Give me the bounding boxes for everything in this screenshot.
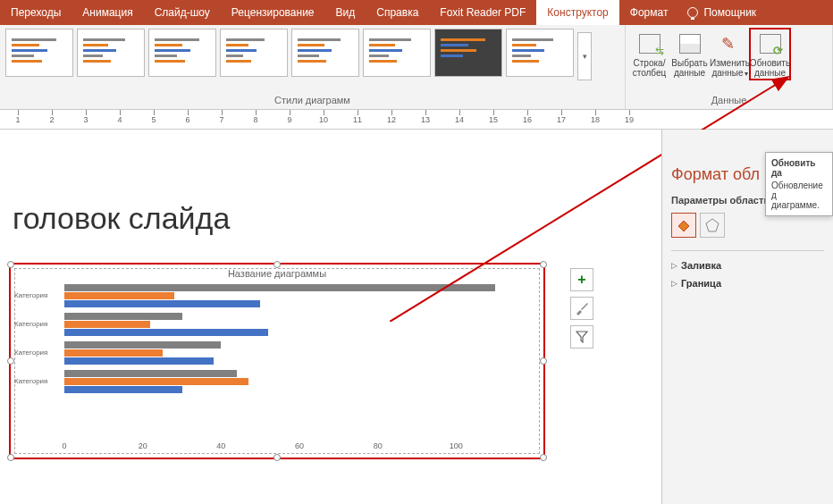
brush-icon [575, 301, 589, 315]
slide-canvas: головок слайда Название диаграммы Катего… [0, 130, 661, 504]
refresh-data-icon [756, 30, 785, 57]
refresh-tooltip: Обновить да Обновление д диаграмме. [765, 152, 833, 216]
effects-tab[interactable] [700, 213, 725, 238]
edit-label: Изменить данные▾ [710, 58, 750, 78]
chart-style-6[interactable] [363, 29, 431, 77]
chart-style-5[interactable] [291, 29, 359, 77]
tab-format[interactable]: Формат [619, 0, 679, 25]
slide-title[interactable]: головок слайда [13, 201, 617, 236]
chart-style-4[interactable] [220, 29, 288, 77]
chart-x-axis: 020406080100 [64, 441, 534, 454]
resize-handle-bl[interactable] [7, 454, 14, 461]
tooltip-title: Обновить да [771, 158, 827, 178]
switch-row-column-button[interactable]: Строка/ столбец [629, 29, 669, 80]
chart-style-7[interactable] [434, 29, 502, 77]
chart-style-3[interactable] [148, 29, 216, 77]
tell-me-helper[interactable]: Помощник [678, 6, 765, 19]
chart-styles-button[interactable] [570, 297, 593, 320]
resize-handle-mr[interactable] [540, 357, 547, 365]
resize-handle-ml[interactable] [7, 357, 14, 365]
funnel-icon [576, 331, 588, 343]
chevron-right-icon: ▷ [671, 261, 677, 270]
tab-transitions[interactable]: Переходы [0, 0, 72, 25]
chevron-right-icon: ▷ [671, 279, 677, 288]
chart-style-8[interactable] [506, 29, 574, 77]
resize-handle-br[interactable] [540, 454, 547, 461]
bulb-icon [687, 7, 698, 18]
tab-animation[interactable]: Анимация [72, 0, 143, 25]
chart-style-2[interactable] [77, 29, 145, 77]
resize-handle-tm[interactable] [273, 261, 281, 268]
select-label: Выбрать данные [671, 58, 707, 78]
chart-styles-gallery: ▾ [0, 25, 625, 84]
fill-line-tab[interactable] [671, 213, 696, 238]
select-data-button[interactable]: Выбрать данные [669, 29, 710, 80]
tab-view[interactable]: Вид [325, 0, 366, 25]
swap-label: Строка/ столбец [633, 58, 667, 78]
edit-data-button[interactable]: Изменить данные▾ [710, 29, 750, 80]
chart-elements-button[interactable]: + [570, 268, 593, 291]
helper-label: Помощник [703, 6, 756, 19]
tab-slideshow[interactable]: Слайд-шоу [144, 0, 221, 25]
select-data-icon [676, 30, 704, 57]
styles-expand-button[interactable]: ▾ [577, 32, 592, 80]
refresh-label: Обновить данные [750, 58, 790, 78]
ribbon-tabs: Переходы Анимация Слайд-шоу Рецензирован… [0, 0, 833, 25]
pentagon-icon [705, 218, 719, 232]
border-section[interactable]: ▷Граница [671, 274, 824, 292]
swap-icon [635, 30, 664, 57]
data-group: Строка/ столбец Выбрать данные Изменить … [626, 25, 833, 109]
refresh-data-button[interactable]: Обновить данные [750, 29, 790, 80]
horizontal-ruler: 12345678910111213141516171819 [0, 110, 833, 130]
tab-review[interactable]: Рецензирование [221, 0, 325, 25]
tooltip-body: Обновление д диаграмме. [771, 181, 827, 210]
chart-plot-area[interactable]: КатегорияКатегорияКатегорияКатегория [64, 282, 534, 440]
tab-foxit[interactable]: Foxit Reader PDF [429, 0, 536, 25]
paint-bucket-icon [676, 217, 692, 233]
edit-data-icon [716, 30, 745, 57]
resize-handle-tr[interactable] [540, 261, 547, 268]
ribbon-body: ▾ Стили диаграмм Строка/ столбец Выбрать… [0, 25, 833, 110]
chevron-down-icon: ▾ [745, 70, 748, 78]
data-group-label: Данные [629, 93, 829, 109]
chart-filter-button[interactable] [570, 325, 593, 349]
fill-section[interactable]: ▷Заливка [671, 256, 824, 274]
chart-styles-group: ▾ Стили диаграмм [0, 25, 626, 109]
tab-help[interactable]: Справка [366, 0, 429, 25]
styles-group-label: Стили диаграмм [0, 93, 625, 109]
tab-design[interactable]: Конструктор [536, 0, 618, 25]
resize-handle-bm[interactable] [273, 454, 281, 461]
chart-object[interactable]: Название диаграммы КатегорияКатегорияКат… [9, 263, 545, 459]
resize-handle-tl[interactable] [7, 261, 14, 268]
chart-float-buttons: + [570, 268, 593, 349]
chart-style-1[interactable] [5, 29, 73, 77]
